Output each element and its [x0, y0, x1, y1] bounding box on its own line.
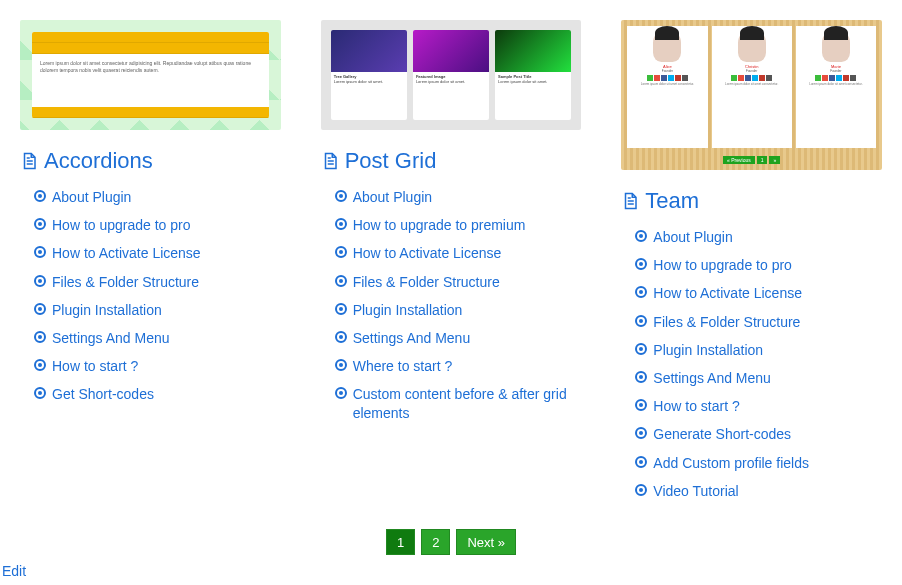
bullet-icon — [34, 190, 46, 202]
link-item[interactable]: How to upgrade to premium — [335, 216, 582, 234]
thumbnail-accordions: Lorem ipsum dolor sit amet consectetur a… — [20, 20, 281, 130]
bullet-icon — [34, 275, 46, 287]
card-columns: Lorem ipsum dolor sit amet consectetur a… — [0, 0, 902, 510]
bullet-icon — [635, 456, 647, 468]
link-item[interactable]: Settings And Menu — [335, 329, 582, 347]
link-item[interactable]: How to upgrade to pro — [635, 256, 882, 274]
link-item[interactable]: Settings And Menu — [34, 329, 281, 347]
bullet-icon — [335, 246, 347, 258]
document-icon — [321, 151, 339, 171]
link-list-post-grid: About Plugin How to upgrade to premium H… — [321, 188, 582, 422]
bullet-icon — [635, 258, 647, 270]
card-team: AliceFounderLorem ipsum dolor sit amet c… — [621, 20, 882, 510]
link-item[interactable]: About Plugin — [635, 228, 882, 246]
card-post-grid: Tree GalleryLorem ipsum dolor sit amet. … — [321, 20, 582, 510]
thumbnail-post-grid: Tree GalleryLorem ipsum dolor sit amet. … — [321, 20, 582, 130]
edit-link[interactable]: Edit — [2, 563, 26, 579]
link-item[interactable]: Files & Folder Structure — [34, 273, 281, 291]
bullet-icon — [335, 331, 347, 343]
document-icon — [20, 151, 38, 171]
bullet-icon — [34, 246, 46, 258]
bullet-icon — [335, 275, 347, 287]
link-item[interactable]: Get Short-codes — [34, 385, 281, 403]
card-title-text: Team — [645, 188, 699, 214]
bullet-icon — [635, 371, 647, 383]
bullet-icon — [34, 331, 46, 343]
link-item[interactable]: About Plugin — [34, 188, 281, 206]
bullet-icon — [335, 359, 347, 371]
link-list-team: About Plugin How to upgrade to pro How t… — [621, 228, 882, 500]
next-page-button[interactable]: Next » — [456, 529, 516, 555]
bullet-icon — [635, 286, 647, 298]
link-item[interactable]: Custom content before & after grid eleme… — [335, 385, 582, 421]
card-title[interactable]: Accordions — [20, 148, 281, 174]
link-item[interactable]: Files & Folder Structure — [335, 273, 582, 291]
link-item[interactable]: Plugin Installation — [635, 341, 882, 359]
bullet-icon — [34, 387, 46, 399]
bullet-icon — [635, 230, 647, 242]
bullet-icon — [635, 343, 647, 355]
link-item[interactable]: How to upgrade to pro — [34, 216, 281, 234]
card-accordions: Lorem ipsum dolor sit amet consectetur a… — [20, 20, 281, 510]
pagination: 1 2 Next » — [0, 529, 902, 555]
bullet-icon — [335, 190, 347, 202]
document-icon — [621, 191, 639, 211]
page-2-button[interactable]: 2 — [421, 529, 450, 555]
bullet-icon — [335, 303, 347, 315]
link-item[interactable]: Plugin Installation — [34, 301, 281, 319]
link-list-accordions: About Plugin How to upgrade to pro How t… — [20, 188, 281, 404]
bullet-icon — [34, 359, 46, 371]
bullet-icon — [335, 218, 347, 230]
link-item[interactable]: Add Custom profile fields — [635, 454, 882, 472]
link-item[interactable]: How to start ? — [34, 357, 281, 375]
card-title-text: Post Grid — [345, 148, 437, 174]
link-item[interactable]: Video Tutorial — [635, 482, 882, 500]
card-title[interactable]: Team — [621, 188, 882, 214]
thumbnail-team: AliceFounderLorem ipsum dolor sit amet c… — [621, 20, 882, 170]
link-item[interactable]: About Plugin — [335, 188, 582, 206]
link-item[interactable]: Settings And Menu — [635, 369, 882, 387]
link-item[interactable]: Files & Folder Structure — [635, 313, 882, 331]
card-title[interactable]: Post Grid — [321, 148, 582, 174]
link-item[interactable]: How to Activate License — [335, 244, 582, 262]
bullet-icon — [635, 399, 647, 411]
bullet-icon — [635, 484, 647, 496]
bullet-icon — [335, 387, 347, 399]
bullet-icon — [635, 315, 647, 327]
link-item[interactable]: Plugin Installation — [335, 301, 582, 319]
card-title-text: Accordions — [44, 148, 153, 174]
page-1-button[interactable]: 1 — [386, 529, 415, 555]
link-item[interactable]: Where to start ? — [335, 357, 582, 375]
bullet-icon — [34, 303, 46, 315]
link-item[interactable]: How to Activate License — [635, 284, 882, 302]
link-item[interactable]: How to start ? — [635, 397, 882, 415]
link-item[interactable]: Generate Short-codes — [635, 425, 882, 443]
bullet-icon — [34, 218, 46, 230]
bullet-icon — [635, 427, 647, 439]
link-item[interactable]: How to Activate License — [34, 244, 281, 262]
